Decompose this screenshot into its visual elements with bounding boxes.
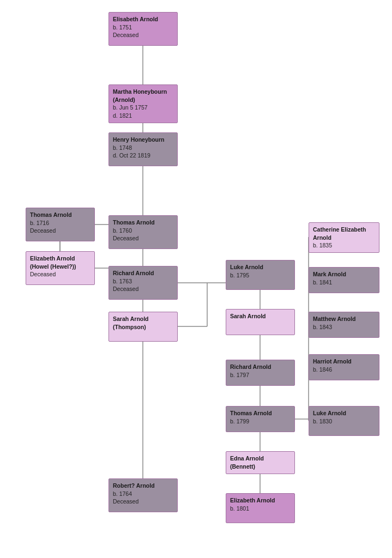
node-detail-elisabethArnold: b. 1751 [113,23,173,32]
node-detail-richardArnold1763: Deceased [113,285,173,293]
node-detail-henryHoneybourn: d. Oct 22 1819 [113,151,173,160]
node-name-henryHoneybourn: Henry Honeybourn [113,136,173,144]
node-name-elisabethArnold: Elisabeth Arnold [113,15,173,23]
node-detail-richardArnold1797: b. 1797 [230,371,291,379]
node-elizabethArnoldHowel[interactable]: Elizabeth Arnold (Howel (Hewel?))Decease… [26,251,95,285]
node-name-marthaHoneybourn: Martha Honeybourn (Arnold) [113,88,173,104]
node-ednaArnoldBennett[interactable]: Edna Arnold (Bennett) [226,451,295,474]
node-markArnold[interactable]: Mark Arnoldb. 1841 [309,267,379,293]
family-tree-canvas: Elisabeth Arnoldb. 1751DeceasedMartha Ho… [0,0,392,558]
node-detail-thomasArnold1799: b. 1799 [230,417,291,426]
node-marthaHoneybourn[interactable]: Martha Honeybourn (Arnold)b. Jun 5 1757d… [108,84,178,123]
node-name-elizabethArnold1801: Elizabeth Arnold [230,496,291,505]
node-name-markArnold: Mark Arnold [313,270,375,278]
node-detail-matthewArnold: b. 1843 [313,323,375,331]
node-detail-markArnold: b. 1841 [313,278,375,287]
node-name-matthewArnold: Matthew Arnold [313,315,375,323]
node-detail-lukeArnold1795: b. 1795 [230,271,291,280]
node-detail-catherineElizabethArnold: b. 1835 [313,241,375,250]
node-catherineElizabethArnold[interactable]: Catherine Elizabeth Arnoldb. 1835 [309,222,379,253]
node-name-harriotArnold: Harriot Arnold [313,357,375,366]
node-robertArnold[interactable]: Robert? Arnoldb. 1764Deceased [108,478,178,512]
node-matthewArnold[interactable]: Matthew Arnoldb. 1843 [309,312,379,338]
node-sarahArnold[interactable]: Sarah Arnold [226,309,295,335]
node-name-thomasArnold1760: Thomas Arnold [113,219,173,227]
node-richardArnold1797[interactable]: Richard Arnoldb. 1797 [226,360,295,386]
node-detail-elizabethArnoldHowel: Deceased [30,270,91,278]
node-detail-robertArnold: b. 1764 [113,490,173,498]
node-detail-richardArnold1763: b. 1763 [113,277,173,286]
node-name-catherineElizabethArnold: Catherine Elizabeth Arnold [313,226,375,241]
node-name-thomasArnold1716: Thomas Arnold [30,211,91,219]
node-detail-thomasArnold1716: Deceased [30,227,91,235]
node-detail-lukeArnold1830: b. 1830 [313,417,375,426]
node-name-sarahArnoldThompson: Sarah Arnold (Thompson) [113,315,173,331]
node-thomasArnold1716[interactable]: Thomas Arnoldb. 1716Deceased [26,208,95,241]
node-elizabethArnold1801[interactable]: Elizabeth Arnoldb. 1801 [226,493,295,523]
node-henryHoneybourn[interactable]: Henry Honeybournb. 1748d. Oct 22 1819 [108,132,178,166]
node-name-sarahArnold: Sarah Arnold [230,312,291,320]
node-name-thomasArnold1799: Thomas Arnold [230,409,291,417]
node-name-richardArnold1797: Richard Arnold [230,363,291,371]
node-elisabethArnold[interactable]: Elisabeth Arnoldb. 1751Deceased [108,12,178,46]
node-detail-henryHoneybourn: b. 1748 [113,144,173,152]
node-lukeArnold1795[interactable]: Luke Arnoldb. 1795 [226,260,295,290]
node-sarahArnoldThompson[interactable]: Sarah Arnold (Thompson) [108,312,178,342]
node-name-robertArnold: Robert? Arnold [113,482,173,490]
node-name-ednaArnoldBennett: Edna Arnold (Bennett) [230,454,291,470]
node-name-elizabethArnoldHowel: Elizabeth Arnold (Howel (Hewel?)) [30,254,91,270]
node-name-richardArnold1763: Richard Arnold [113,269,173,277]
node-name-lukeArnold1830: Luke Arnold [313,409,375,417]
node-detail-harriotArnold: b. 1846 [313,366,375,374]
node-thomasArnold1760[interactable]: Thomas Arnoldb. 1760Deceased [108,215,178,249]
node-detail-thomasArnold1760: Deceased [113,234,173,242]
node-richardArnold1763[interactable]: Richard Arnoldb. 1763Deceased [108,266,178,300]
node-detail-elisabethArnold: Deceased [113,31,173,39]
node-detail-marthaHoneybourn: b. Jun 5 1757 [113,104,173,112]
node-harriotArnold[interactable]: Harriot Arnoldb. 1846 [309,354,379,380]
node-detail-elizabethArnold1801: b. 1801 [230,505,291,513]
node-detail-robertArnold: Deceased [113,498,173,506]
node-thomasArnold1799[interactable]: Thomas Arnoldb. 1799 [226,406,295,432]
node-detail-thomasArnold1716: b. 1716 [30,219,91,227]
node-detail-marthaHoneybourn: d. 1821 [113,112,173,120]
node-lukeArnold1830[interactable]: Luke Arnoldb. 1830 [309,406,379,436]
node-detail-thomasArnold1760: b. 1760 [113,227,173,235]
node-name-lukeArnold1795: Luke Arnold [230,263,291,271]
